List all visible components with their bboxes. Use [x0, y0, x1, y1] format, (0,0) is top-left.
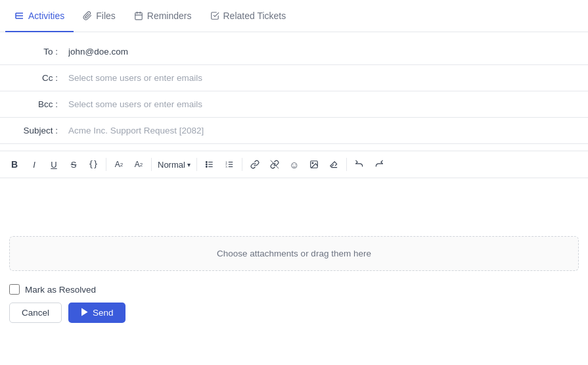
superscript-button[interactable]: A2 — [110, 155, 128, 174]
cancel-button[interactable]: Cancel — [9, 303, 62, 323]
toolbar-divider-5 — [346, 158, 347, 171]
email-form: To : Cc : Bcc : Subject : — [0, 32, 588, 151]
bcc-label: Bcc : — [0, 99, 66, 109]
bcc-row: Bcc : — [0, 91, 588, 118]
tab-files-label: Files — [96, 11, 116, 21]
subject-row: Subject : — [0, 118, 588, 144]
toolbar-divider-3 — [196, 158, 197, 171]
tab-bar: Activities Files Reminders Related — [0, 0, 588, 32]
subject-label: Subject : — [0, 126, 66, 135]
mark-resolved-checkbox[interactable] — [9, 284, 20, 295]
ticket-icon — [210, 11, 219, 20]
svg-point-13 — [206, 166, 207, 168]
cc-label: Cc : — [0, 73, 66, 83]
tab-activities-label: Activities — [28, 11, 64, 21]
editor-content[interactable] — [0, 178, 588, 231]
bcc-input[interactable] — [66, 94, 588, 114]
chevron-down-icon: ▾ — [187, 161, 191, 168]
svg-point-22 — [312, 162, 313, 164]
bullet-list-button[interactable] — [200, 155, 219, 174]
image-button[interactable] — [305, 155, 323, 174]
strikethrough-button[interactable]: S — [64, 155, 83, 174]
emoji-button[interactable]: ☺ — [285, 155, 304, 174]
svg-point-12 — [206, 164, 207, 165]
toolbar-divider-4 — [242, 158, 242, 171]
cc-row: Cc : — [0, 65, 588, 91]
send-label: Send — [93, 308, 114, 318]
action-buttons: Cancel Send — [9, 303, 579, 323]
svg-point-11 — [206, 162, 207, 163]
erase-button[interactable] — [325, 155, 343, 174]
ordered-list-button[interactable]: 1.2.3. — [220, 155, 238, 174]
bold-button[interactable]: B — [5, 155, 24, 174]
editor-toolbar: B I U S {} A2 A2 Normal ▾ 1.2.3. ☺ — [0, 151, 588, 178]
send-icon — [80, 308, 89, 318]
send-button[interactable]: Send — [68, 303, 125, 323]
calendar-icon — [134, 11, 143, 20]
paperclip-icon — [83, 11, 92, 20]
unlink-button[interactable] — [265, 155, 284, 174]
redo-button[interactable] — [370, 155, 388, 174]
form-footer: Mark as Resolved Cancel Send — [0, 276, 588, 331]
subscript-button[interactable]: A2 — [129, 155, 148, 174]
to-label: To : — [0, 47, 66, 57]
underline-button[interactable]: U — [45, 155, 63, 174]
svg-rect-4 — [135, 12, 143, 19]
svg-text:3.: 3. — [225, 165, 227, 168]
toolbar-divider-2 — [151, 158, 152, 171]
svg-marker-23 — [82, 308, 87, 315]
tab-reminders[interactable]: Reminders — [125, 1, 201, 32]
format-label: Normal — [158, 160, 185, 170]
link-button[interactable] — [246, 155, 264, 174]
attachment-label: Choose attachments or drag them here — [217, 249, 371, 258]
italic-button[interactable]: I — [25, 155, 43, 174]
to-input[interactable] — [66, 41, 588, 62]
subject-input[interactable] — [66, 120, 588, 141]
undo-button[interactable] — [350, 155, 369, 174]
mark-resolved-label[interactable]: Mark as Resolved — [25, 285, 96, 295]
tab-activities[interactable]: Activities — [5, 1, 74, 32]
list-icon — [14, 11, 24, 21]
attachment-area[interactable]: Choose attachments or drag them here — [9, 236, 579, 271]
code-button[interactable]: {} — [84, 155, 102, 174]
tab-files[interactable]: Files — [74, 1, 125, 32]
tab-related-tickets-label: Related Tickets — [223, 11, 286, 21]
toolbar-divider-1 — [106, 158, 106, 171]
tab-reminders-label: Reminders — [147, 11, 192, 21]
mark-resolved-row: Mark as Resolved — [9, 284, 579, 295]
to-row: To : — [0, 39, 588, 65]
cc-input[interactable] — [66, 68, 588, 88]
format-dropdown[interactable]: Normal ▾ — [155, 158, 193, 171]
tab-related-tickets[interactable]: Related Tickets — [201, 1, 296, 32]
